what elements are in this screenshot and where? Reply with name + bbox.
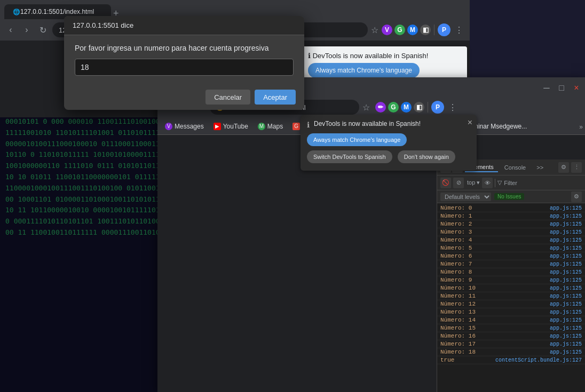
close-btn[interactable]: × [570, 82, 583, 94]
table-row[interactable]: Número: 10app.js:125 [437, 284, 585, 292]
tab-more[interactable]: >> [532, 163, 548, 172]
console-link[interactable]: app.js:125 [550, 229, 582, 235]
dont-show-btn[interactable]: Don't show again [398, 150, 455, 163]
console-label: Número: 14 [440, 317, 488, 323]
banner-message-row: ℹ DevTools is now available in Spanish! [307, 120, 470, 129]
table-row[interactable]: Número: 0app.js:125 [437, 204, 585, 212]
forward-btn-bg[interactable]: › [20, 23, 33, 36]
console-context-label: top ▾ [467, 179, 480, 186]
table-row[interactable]: Número: 5app.js:125 [437, 244, 585, 252]
filter-label: Filter [504, 180, 517, 186]
table-row[interactable]: Número: 18app.js:125 [437, 348, 585, 356]
toolbar-divider-main [428, 102, 428, 113]
profile-icon-main[interactable]: P [431, 101, 444, 114]
console-link[interactable]: app.js:125 [550, 317, 582, 323]
table-row[interactable]: Número: 14app.js:125 [437, 316, 585, 324]
console-link[interactable]: app.js:125 [550, 301, 582, 307]
cancel-btn[interactable]: Cancelar [205, 90, 250, 105]
star-icon-main[interactable]: ☆ [362, 102, 370, 113]
table-row[interactable]: Número: 16app.js:125 [437, 332, 585, 340]
tab-console[interactable]: Console [500, 163, 530, 172]
console-link[interactable]: app.js:125 [550, 269, 582, 275]
menu-btn-main[interactable]: ⋮ [446, 101, 459, 114]
maps-favicon: M [258, 123, 265, 130]
ok-btn[interactable]: Aceptar [255, 90, 296, 105]
table-row[interactable]: Número: 7app.js:125 [437, 260, 585, 268]
more-bookmarks[interactable]: » [579, 122, 583, 131]
profile-icon-bg[interactable]: P [438, 23, 450, 36]
default-levels-select[interactable]: Default levels [440, 193, 491, 201]
console-divider [495, 179, 495, 187]
console-link[interactable]: app.js:125 [550, 261, 582, 267]
messages-favicon: V [165, 123, 172, 130]
alert-message: Por favor ingresa un numero para hacer c… [75, 44, 294, 52]
table-row[interactable]: Número: 2app.js:125 [437, 220, 585, 228]
table-row[interactable]: Número: 9app.js:125 [437, 276, 585, 284]
console-link[interactable]: app.js:125 [550, 253, 582, 259]
console-clear-btn[interactable]: 🚫 [440, 178, 451, 188]
bookmark-youtube[interactable]: ▶ YouTube [210, 122, 251, 131]
console-label: Número: 15 [440, 325, 488, 331]
table-row[interactable]: Número: 13app.js:125 [437, 308, 585, 316]
ext-icons-main: ✏ G M ◧ P ⋮ [375, 101, 459, 114]
menu-btn-bg[interactable]: ⋮ [453, 23, 465, 36]
always-match-btn-bg[interactable]: Always match Chrome's language [308, 63, 420, 78]
switch-devtools-btn[interactable]: Switch DevTools to Spanish [307, 150, 392, 163]
ext-1-icon[interactable]: V [382, 25, 392, 35]
ext-m-icon[interactable]: M [401, 102, 412, 113]
console-link[interactable]: app.js:125 [550, 293, 582, 299]
always-match-btn[interactable]: Aways match Chrome's language [307, 133, 407, 146]
table-row[interactable]: Número: 1app.js:125 [437, 212, 585, 220]
alert-dialog: 127.0.0.1:5501 dice Por favor ingresa un… [64, 16, 304, 110]
console-link[interactable]: app.js:125 [550, 205, 582, 211]
console-link[interactable]: app.js:125 [550, 341, 582, 347]
console-eye-btn[interactable]: 👁 [482, 178, 493, 188]
ext-g-icon[interactable]: G [388, 102, 399, 113]
first-tab-favicon: 🌐 [13, 9, 20, 15]
console-link[interactable]: app.js:125 [550, 285, 582, 291]
console-link[interactable]: app.js:125 [550, 309, 582, 315]
console-link[interactable]: app.js:125 [550, 333, 582, 339]
devtools-settings-btn[interactable]: ⚙ [558, 162, 569, 173]
alert-header: 127.0.0.1:5501 dice [64, 16, 304, 35]
no-issues-badge: No Issues [494, 193, 524, 200]
table-row[interactable]: Número: 4app.js:125 [437, 236, 585, 244]
table-row[interactable]: Número: 17app.js:125 [437, 340, 585, 348]
console-label: Número: 2 [440, 221, 488, 227]
ext-pen-icon[interactable]: ✏ [375, 102, 386, 113]
ext-4-icon[interactable]: ◧ [420, 25, 431, 35]
back-btn-bg[interactable]: ‹ [4, 23, 17, 36]
console-link[interactable]: app.js:125 [550, 325, 582, 331]
maximize-btn[interactable]: □ [555, 82, 568, 94]
table-row[interactable]: Número: 12app.js:125 [437, 300, 585, 308]
star-icon-bg[interactable]: ☆ [371, 25, 378, 35]
console-link[interactable]: app.js:125 [550, 221, 582, 227]
table-row[interactable]: Número: 3app.js:125 [437, 228, 585, 236]
devtools-menu-btn[interactable]: ⋮ [571, 162, 582, 173]
console-link[interactable]: contentScript.bundle.js:127 [495, 357, 582, 363]
table-row[interactable]: Número: 11app.js:125 [437, 292, 585, 300]
console-settings-btn[interactable]: ⚙ [571, 191, 582, 202]
ext-frame-icon[interactable]: ◧ [414, 102, 424, 113]
bookmark-messages[interactable]: V Messages [162, 122, 207, 131]
console-link[interactable]: app.js:125 [550, 277, 582, 283]
table-row[interactable]: Número: 15app.js:125 [437, 324, 585, 332]
table-row[interactable]: Número: 6app.js:125 [437, 252, 585, 260]
console-link[interactable]: app.js:125 [550, 349, 582, 355]
minimize-btn[interactable]: ─ [540, 82, 553, 94]
ext-3-icon[interactable]: M [407, 25, 418, 35]
reload-btn-bg[interactable]: ↻ [36, 23, 49, 36]
table-row[interactable]: truecontentScript.bundle.js:127 [437, 356, 585, 364]
table-row[interactable]: Número: 8app.js:125 [437, 268, 585, 276]
console-link[interactable]: app.js:125 [550, 213, 582, 219]
banner-close-icon[interactable]: × [468, 118, 472, 127]
console-top-btn[interactable]: ⊘ [453, 178, 464, 188]
console-link[interactable]: app.js:125 [550, 245, 582, 251]
alert-footer: Cancelar Aceptar [64, 84, 304, 110]
alert-input[interactable] [75, 59, 294, 76]
devtools-banner: × ℹ DevTools is now available in Spanish… [301, 115, 477, 171]
ext-2-icon[interactable]: G [394, 25, 405, 35]
toolbar-divider-bg [434, 25, 434, 35]
console-link[interactable]: app.js:125 [550, 237, 582, 243]
bookmark-maps[interactable]: M Maps [255, 122, 286, 131]
